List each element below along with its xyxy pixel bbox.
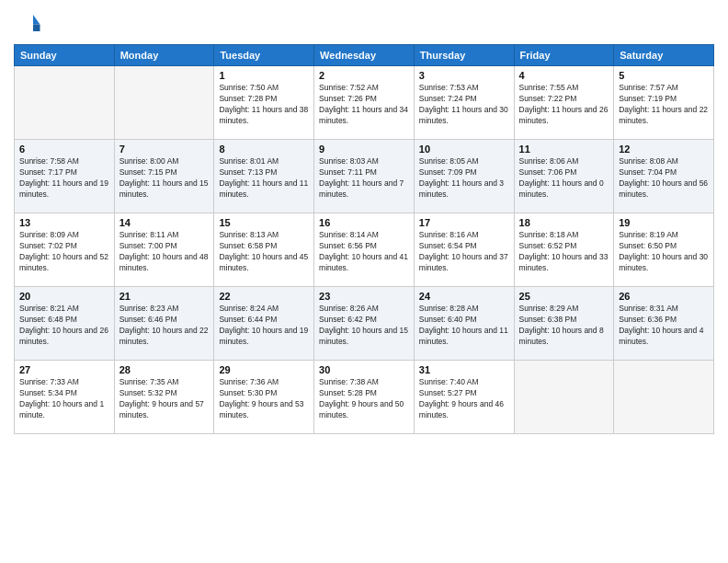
calendar-header-thursday: Thursday (414, 45, 514, 66)
calendar-cell: 11Sunrise: 8:06 AM Sunset: 7:06 PM Dayli… (514, 140, 614, 213)
day-info: Sunrise: 8:08 AM Sunset: 7:04 PM Dayligh… (619, 156, 709, 201)
day-info: Sunrise: 8:09 AM Sunset: 7:02 PM Dayligh… (19, 230, 109, 274)
day-info: Sunrise: 7:52 AM Sunset: 7:26 PM Dayligh… (319, 83, 409, 127)
day-number: 4 (519, 70, 609, 81)
day-info: Sunrise: 7:35 AM Sunset: 5:32 PM Dayligh… (119, 377, 210, 421)
calendar-cell: 16Sunrise: 8:14 AM Sunset: 6:56 PM Dayli… (314, 213, 415, 287)
day-number: 20 (19, 291, 109, 302)
day-info: Sunrise: 7:38 AM Sunset: 5:28 PM Dayligh… (319, 377, 409, 421)
day-number: 17 (419, 217, 509, 228)
day-info: Sunrise: 8:31 AM Sunset: 6:36 PM Dayligh… (619, 304, 709, 348)
calendar-header-saturday: Saturday (614, 45, 714, 66)
day-number: 13 (19, 217, 109, 228)
calendar-cell: 19Sunrise: 8:19 AM Sunset: 6:50 PM Dayli… (614, 213, 714, 287)
day-info: Sunrise: 8:21 AM Sunset: 6:48 PM Dayligh… (19, 304, 109, 348)
calendar-cell: 14Sunrise: 8:11 AM Sunset: 7:00 PM Dayli… (114, 213, 214, 287)
calendar-cell: 5Sunrise: 7:57 AM Sunset: 7:19 PM Daylig… (614, 66, 714, 140)
day-number: 6 (19, 144, 109, 155)
calendar-cell (514, 361, 614, 434)
day-info: Sunrise: 7:55 AM Sunset: 7:22 PM Dayligh… (519, 83, 609, 127)
calendar-cell: 4Sunrise: 7:55 AM Sunset: 7:22 PM Daylig… (514, 66, 614, 140)
day-number: 2 (319, 70, 409, 81)
calendar-cell: 10Sunrise: 8:05 AM Sunset: 7:09 PM Dayli… (414, 140, 514, 213)
day-number: 30 (319, 364, 409, 375)
calendar-header-row: SundayMondayTuesdayWednesdayThursdayFrid… (15, 45, 714, 66)
day-number: 16 (319, 217, 409, 228)
day-number: 18 (519, 217, 609, 228)
calendar-cell: 7Sunrise: 8:00 AM Sunset: 7:15 PM Daylig… (114, 140, 214, 213)
day-info: Sunrise: 8:24 AM Sunset: 6:44 PM Dayligh… (219, 304, 309, 348)
day-info: Sunrise: 8:29 AM Sunset: 6:38 PM Dayligh… (519, 304, 609, 348)
calendar-cell: 29Sunrise: 7:36 AM Sunset: 5:30 PM Dayli… (214, 361, 314, 434)
calendar-cell: 8Sunrise: 8:01 AM Sunset: 7:13 PM Daylig… (214, 140, 314, 213)
calendar-cell: 24Sunrise: 8:28 AM Sunset: 6:40 PM Dayli… (414, 287, 514, 361)
calendar-cell: 15Sunrise: 8:13 AM Sunset: 6:58 PM Dayli… (214, 213, 314, 287)
logo-icon (14, 9, 41, 37)
day-number: 27 (19, 364, 109, 375)
calendar-cell: 30Sunrise: 7:38 AM Sunset: 5:28 PM Dayli… (314, 361, 415, 434)
day-info: Sunrise: 8:16 AM Sunset: 6:54 PM Dayligh… (419, 230, 509, 274)
day-info: Sunrise: 8:05 AM Sunset: 7:09 PM Dayligh… (419, 156, 509, 201)
calendar-week-row: 20Sunrise: 8:21 AM Sunset: 6:48 PM Dayli… (15, 287, 714, 361)
day-number: 7 (119, 144, 210, 155)
day-info: Sunrise: 8:19 AM Sunset: 6:50 PM Dayligh… (619, 230, 709, 274)
calendar-header-monday: Monday (114, 45, 214, 66)
calendar-cell: 22Sunrise: 8:24 AM Sunset: 6:44 PM Dayli… (214, 287, 314, 361)
day-number: 29 (219, 364, 309, 375)
day-info: Sunrise: 7:40 AM Sunset: 5:27 PM Dayligh… (419, 377, 509, 421)
day-info: Sunrise: 8:13 AM Sunset: 6:58 PM Dayligh… (219, 230, 309, 274)
calendar-cell (15, 66, 115, 140)
day-info: Sunrise: 7:33 AM Sunset: 5:34 PM Dayligh… (19, 377, 109, 421)
calendar-cell: 28Sunrise: 7:35 AM Sunset: 5:32 PM Dayli… (114, 361, 214, 434)
calendar-cell: 20Sunrise: 8:21 AM Sunset: 6:48 PM Dayli… (15, 287, 115, 361)
calendar-header-friday: Friday (514, 45, 614, 66)
day-info: Sunrise: 8:23 AM Sunset: 6:46 PM Dayligh… (119, 304, 210, 348)
calendar-cell: 31Sunrise: 7:40 AM Sunset: 5:27 PM Dayli… (414, 361, 514, 434)
day-info: Sunrise: 8:14 AM Sunset: 6:56 PM Dayligh… (319, 230, 409, 274)
day-info: Sunrise: 8:01 AM Sunset: 7:13 PM Dayligh… (219, 156, 309, 201)
calendar-cell: 26Sunrise: 8:31 AM Sunset: 6:36 PM Dayli… (614, 287, 714, 361)
day-info: Sunrise: 8:03 AM Sunset: 7:11 PM Dayligh… (319, 156, 409, 201)
day-number: 31 (419, 364, 509, 375)
day-info: Sunrise: 8:00 AM Sunset: 7:15 PM Dayligh… (119, 156, 210, 201)
day-info: Sunrise: 7:58 AM Sunset: 7:17 PM Dayligh… (19, 156, 109, 201)
day-info: Sunrise: 8:18 AM Sunset: 6:52 PM Dayligh… (519, 230, 609, 274)
day-number: 8 (219, 144, 309, 155)
calendar-cell: 2Sunrise: 7:52 AM Sunset: 7:26 PM Daylig… (314, 66, 415, 140)
day-number: 12 (619, 144, 709, 155)
calendar-cell: 1Sunrise: 7:50 AM Sunset: 7:28 PM Daylig… (214, 66, 314, 140)
calendar-cell: 9Sunrise: 8:03 AM Sunset: 7:11 PM Daylig… (314, 140, 415, 213)
calendar-header-tuesday: Tuesday (214, 45, 314, 66)
day-number: 28 (119, 364, 210, 375)
calendar-cell: 6Sunrise: 7:58 AM Sunset: 7:17 PM Daylig… (15, 140, 115, 213)
day-info: Sunrise: 7:53 AM Sunset: 7:24 PM Dayligh… (419, 83, 509, 127)
day-number: 23 (319, 291, 409, 302)
calendar-cell: 18Sunrise: 8:18 AM Sunset: 6:52 PM Dayli… (514, 213, 614, 287)
day-number: 14 (119, 217, 210, 228)
calendar-week-row: 1Sunrise: 7:50 AM Sunset: 7:28 PM Daylig… (15, 66, 714, 140)
calendar-cell: 12Sunrise: 8:08 AM Sunset: 7:04 PM Dayli… (614, 140, 714, 213)
day-number: 1 (219, 70, 309, 81)
day-number: 11 (519, 144, 609, 155)
day-number: 5 (619, 70, 709, 81)
calendar-week-row: 13Sunrise: 8:09 AM Sunset: 7:02 PM Dayli… (15, 213, 714, 287)
calendar-table: SundayMondayTuesdayWednesdayThursdayFrid… (14, 44, 714, 434)
day-number: 22 (219, 291, 309, 302)
calendar-cell: 21Sunrise: 8:23 AM Sunset: 6:46 PM Dayli… (114, 287, 214, 361)
calendar-header-sunday: Sunday (15, 45, 115, 66)
calendar-cell: 27Sunrise: 7:33 AM Sunset: 5:34 PM Dayli… (15, 361, 115, 434)
logo (14, 9, 45, 37)
day-number: 3 (419, 70, 509, 81)
calendar-cell: 3Sunrise: 7:53 AM Sunset: 7:24 PM Daylig… (414, 66, 514, 140)
calendar-cell: 13Sunrise: 8:09 AM Sunset: 7:02 PM Dayli… (15, 213, 115, 287)
calendar-cell: 17Sunrise: 8:16 AM Sunset: 6:54 PM Dayli… (414, 213, 514, 287)
day-info: Sunrise: 7:36 AM Sunset: 5:30 PM Dayligh… (219, 377, 309, 421)
calendar-cell: 23Sunrise: 8:26 AM Sunset: 6:42 PM Dayli… (314, 287, 415, 361)
day-info: Sunrise: 7:50 AM Sunset: 7:28 PM Dayligh… (219, 83, 309, 127)
calendar-cell (114, 66, 214, 140)
day-info: Sunrise: 8:26 AM Sunset: 6:42 PM Dayligh… (319, 304, 409, 348)
header (14, 9, 714, 37)
day-number: 19 (619, 217, 709, 228)
day-info: Sunrise: 8:11 AM Sunset: 7:00 PM Dayligh… (119, 230, 210, 274)
page-container: SundayMondayTuesdayWednesdayThursdayFrid… (0, 0, 728, 439)
